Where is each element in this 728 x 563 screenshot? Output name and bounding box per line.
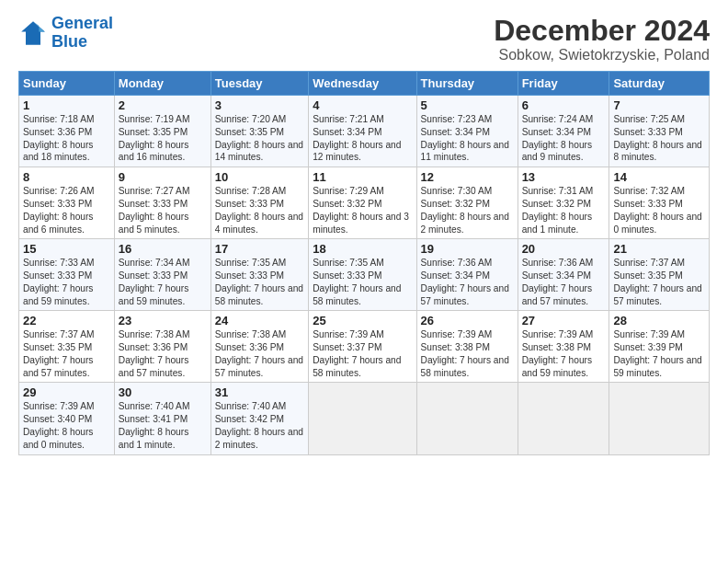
calendar-table: SundayMondayTuesdayWednesdayThursdayFrid… — [18, 71, 710, 454]
weekday-header-friday: Friday — [518, 72, 609, 96]
day-number: 25 — [313, 314, 412, 327]
day-number: 3 — [215, 98, 304, 112]
week-row-4: 22Sunrise: 7:37 AM Sunset: 3:35 PM Dayli… — [19, 311, 710, 383]
day-number: 23 — [119, 314, 207, 327]
day-cell: 10Sunrise: 7:28 AM Sunset: 3:33 PM Dayli… — [210, 167, 308, 239]
title-block: December 2024 Sobkow, Swietokrzyskie, Po… — [494, 15, 710, 63]
day-cell: 25Sunrise: 7:39 AM Sunset: 3:37 PM Dayli… — [309, 311, 416, 383]
day-number: 2 — [119, 98, 207, 112]
day-cell: 3Sunrise: 7:20 AM Sunset: 3:35 PM Daylig… — [210, 96, 308, 167]
day-cell: 22Sunrise: 7:37 AM Sunset: 3:35 PM Dayli… — [19, 311, 115, 383]
day-info: Sunrise: 7:35 AM Sunset: 3:33 PM Dayligh… — [215, 257, 304, 307]
header: General Blue December 2024 Sobkow, Swiet… — [18, 15, 710, 63]
day-number: 10 — [215, 170, 304, 184]
day-cell: 28Sunrise: 7:39 AM Sunset: 3:39 PM Dayli… — [609, 311, 710, 383]
day-cell: 11Sunrise: 7:29 AM Sunset: 3:32 PM Dayli… — [309, 167, 416, 239]
day-cell — [416, 383, 518, 454]
day-cell: 2Sunrise: 7:19 AM Sunset: 3:35 PM Daylig… — [114, 96, 210, 167]
day-number: 8 — [23, 170, 110, 184]
day-info: Sunrise: 7:21 AM Sunset: 3:34 PM Dayligh… — [313, 113, 412, 164]
day-cell: 26Sunrise: 7:39 AM Sunset: 3:38 PM Dayli… — [416, 311, 518, 383]
day-cell: 1Sunrise: 7:18 AM Sunset: 3:36 PM Daylig… — [19, 96, 115, 167]
day-info: Sunrise: 7:40 AM Sunset: 3:41 PM Dayligh… — [119, 400, 207, 451]
svg-marker-0 — [21, 21, 45, 45]
day-number: 26 — [421, 314, 514, 327]
day-cell: 27Sunrise: 7:39 AM Sunset: 3:38 PM Dayli… — [518, 311, 609, 383]
day-cell — [609, 383, 710, 454]
day-info: Sunrise: 7:37 AM Sunset: 3:35 PM Dayligh… — [23, 328, 110, 379]
main-title: December 2024 — [494, 15, 710, 47]
day-number: 17 — [215, 242, 304, 256]
day-cell: 19Sunrise: 7:36 AM Sunset: 3:34 PM Dayli… — [416, 239, 518, 311]
day-info: Sunrise: 7:34 AM Sunset: 3:33 PM Dayligh… — [119, 257, 207, 307]
day-info: Sunrise: 7:39 AM Sunset: 3:39 PM Dayligh… — [613, 328, 705, 379]
day-info: Sunrise: 7:33 AM Sunset: 3:33 PM Dayligh… — [23, 257, 110, 307]
day-number: 5 — [421, 98, 514, 112]
weekday-header-tuesday: Tuesday — [210, 72, 308, 96]
day-number: 15 — [23, 242, 110, 256]
day-info: Sunrise: 7:39 AM Sunset: 3:40 PM Dayligh… — [23, 400, 110, 451]
day-cell: 15Sunrise: 7:33 AM Sunset: 3:33 PM Dayli… — [19, 239, 115, 311]
day-info: Sunrise: 7:28 AM Sunset: 3:33 PM Dayligh… — [215, 185, 304, 236]
day-info: Sunrise: 7:30 AM Sunset: 3:32 PM Dayligh… — [421, 185, 514, 236]
week-row-2: 8Sunrise: 7:26 AM Sunset: 3:33 PM Daylig… — [19, 167, 710, 239]
day-info: Sunrise: 7:23 AM Sunset: 3:34 PM Dayligh… — [421, 113, 514, 164]
day-cell — [309, 383, 416, 454]
day-info: Sunrise: 7:36 AM Sunset: 3:34 PM Dayligh… — [421, 257, 514, 307]
day-info: Sunrise: 7:39 AM Sunset: 3:37 PM Dayligh… — [313, 328, 412, 379]
weekday-header-monday: Monday — [114, 72, 210, 96]
weekday-header-thursday: Thursday — [416, 72, 518, 96]
day-info: Sunrise: 7:40 AM Sunset: 3:42 PM Dayligh… — [215, 400, 304, 451]
day-cell: 6Sunrise: 7:24 AM Sunset: 3:34 PM Daylig… — [518, 96, 609, 167]
day-number: 1 — [23, 98, 110, 112]
weekday-header-row: SundayMondayTuesdayWednesdayThursdayFrid… — [19, 72, 710, 96]
day-cell: 24Sunrise: 7:38 AM Sunset: 3:36 PM Dayli… — [210, 311, 308, 383]
day-info: Sunrise: 7:31 AM Sunset: 3:32 PM Dayligh… — [522, 185, 606, 236]
day-number: 30 — [119, 385, 207, 399]
logo: General Blue — [18, 15, 113, 52]
day-number: 28 — [613, 314, 705, 327]
day-number: 9 — [119, 170, 207, 184]
day-info: Sunrise: 7:18 AM Sunset: 3:36 PM Dayligh… — [23, 113, 110, 164]
day-info: Sunrise: 7:32 AM Sunset: 3:33 PM Dayligh… — [613, 185, 705, 236]
day-cell: 8Sunrise: 7:26 AM Sunset: 3:33 PM Daylig… — [19, 167, 115, 239]
weekday-header-wednesday: Wednesday — [309, 72, 416, 96]
day-number: 12 — [421, 170, 514, 184]
day-cell: 14Sunrise: 7:32 AM Sunset: 3:33 PM Dayli… — [609, 167, 710, 239]
day-info: Sunrise: 7:35 AM Sunset: 3:33 PM Dayligh… — [313, 257, 412, 307]
week-row-3: 15Sunrise: 7:33 AM Sunset: 3:33 PM Dayli… — [19, 239, 710, 311]
day-cell: 21Sunrise: 7:37 AM Sunset: 3:35 PM Dayli… — [609, 239, 710, 311]
day-info: Sunrise: 7:39 AM Sunset: 3:38 PM Dayligh… — [421, 328, 514, 379]
day-cell: 30Sunrise: 7:40 AM Sunset: 3:41 PM Dayli… — [114, 383, 210, 454]
day-number: 7 — [613, 98, 705, 112]
day-info: Sunrise: 7:38 AM Sunset: 3:36 PM Dayligh… — [215, 328, 304, 379]
day-number: 29 — [23, 385, 110, 399]
day-number: 18 — [313, 242, 412, 256]
day-cell: 4Sunrise: 7:21 AM Sunset: 3:34 PM Daylig… — [309, 96, 416, 167]
day-info: Sunrise: 7:20 AM Sunset: 3:35 PM Dayligh… — [215, 113, 304, 164]
day-cell: 7Sunrise: 7:25 AM Sunset: 3:33 PM Daylig… — [609, 96, 710, 167]
day-info: Sunrise: 7:36 AM Sunset: 3:34 PM Dayligh… — [522, 257, 606, 307]
day-info: Sunrise: 7:26 AM Sunset: 3:33 PM Dayligh… — [23, 185, 110, 236]
day-cell: 12Sunrise: 7:30 AM Sunset: 3:32 PM Dayli… — [416, 167, 518, 239]
day-number: 16 — [119, 242, 207, 256]
day-info: Sunrise: 7:38 AM Sunset: 3:36 PM Dayligh… — [119, 328, 207, 379]
logo-blue: Blue — [51, 32, 87, 51]
day-info: Sunrise: 7:27 AM Sunset: 3:33 PM Dayligh… — [119, 185, 207, 236]
logo-text: General Blue — [51, 15, 113, 52]
day-info: Sunrise: 7:29 AM Sunset: 3:32 PM Dayligh… — [313, 185, 412, 236]
day-cell: 16Sunrise: 7:34 AM Sunset: 3:33 PM Dayli… — [114, 239, 210, 311]
day-cell: 17Sunrise: 7:35 AM Sunset: 3:33 PM Dayli… — [210, 239, 308, 311]
subtitle: Sobkow, Swietokrzyskie, Poland — [494, 47, 710, 63]
day-cell: 31Sunrise: 7:40 AM Sunset: 3:42 PM Dayli… — [210, 383, 308, 454]
day-number: 4 — [313, 98, 412, 112]
logo-general: General — [51, 14, 113, 32]
day-number: 13 — [522, 170, 606, 184]
page: General Blue December 2024 Sobkow, Swiet… — [0, 0, 728, 465]
day-number: 19 — [421, 242, 514, 256]
day-cell — [518, 383, 609, 454]
logo-icon — [18, 18, 48, 48]
day-number: 21 — [613, 242, 705, 256]
day-info: Sunrise: 7:24 AM Sunset: 3:34 PM Dayligh… — [522, 113, 606, 164]
weekday-header-saturday: Saturday — [609, 72, 710, 96]
